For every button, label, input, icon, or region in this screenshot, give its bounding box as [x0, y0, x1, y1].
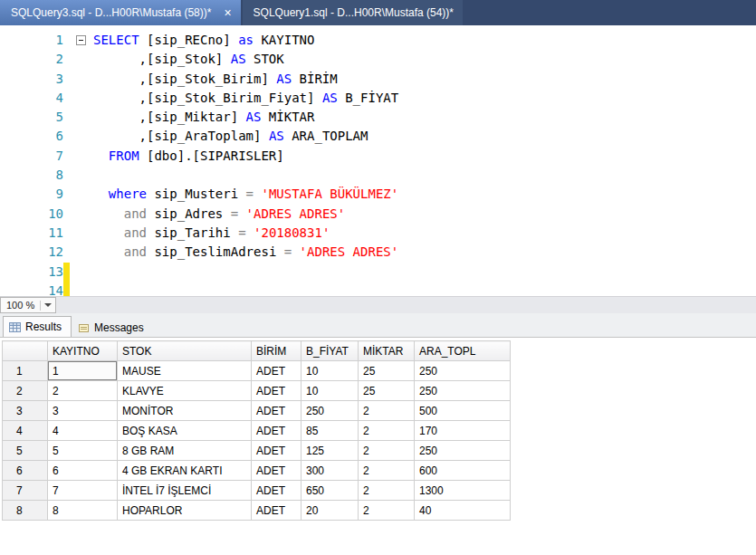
grid-cell[interactable]: 170 [415, 421, 511, 441]
outline-margin [70, 224, 93, 243]
code-text[interactable]: ,[sip_Miktar] AS MİKTAR [93, 108, 756, 127]
grid-cell[interactable]: 5 [48, 441, 118, 461]
table-row: 22KLAVYEADET1025250 [3, 381, 511, 401]
grid-column-header[interactable]: ARA_TOPL [415, 341, 511, 361]
grid-cell[interactable]: 250 [415, 361, 511, 381]
grid-column-header[interactable]: BİRİM [252, 341, 301, 361]
zoom-dropdown[interactable]: 100 % [0, 297, 56, 313]
grid-body: 11MAUSEADET102525022KLAVYEADET102525033M… [3, 361, 511, 521]
token-pl: ARA_TOPLAM [284, 129, 368, 143]
grid-cell[interactable]: 2 [359, 501, 415, 521]
grid-cell[interactable]: ADET [252, 361, 301, 381]
row-header[interactable]: 1 [3, 361, 48, 381]
grid-cell[interactable]: 250 [415, 381, 511, 401]
grid-cell[interactable]: 250 [301, 401, 359, 421]
row-header[interactable]: 2 [3, 381, 48, 401]
grid-cell[interactable]: 3 [48, 401, 118, 421]
code-text[interactable]: ,[sip_AraToplam] AS ARA_TOPLAM [93, 127, 756, 146]
line-number: 9 [33, 185, 63, 204]
grid-cell[interactable]: 8 [48, 501, 118, 521]
grid-cell[interactable]: 2 [359, 421, 415, 441]
code-line: 6 ,[sip_AraToplam] AS ARA_TOPLAM [0, 127, 756, 146]
code-text[interactable]: FROM [dbo].[SIPARISLER] [93, 147, 756, 166]
grid-cell[interactable]: 7 [48, 481, 118, 501]
grid-cell[interactable]: 40 [415, 501, 511, 521]
grid-cell[interactable]: 25 [359, 361, 415, 381]
grid-cell[interactable]: 2 [359, 401, 415, 421]
grid-cell[interactable]: ADET [252, 441, 301, 461]
collapse-region-icon[interactable] [76, 35, 86, 45]
grid-cell[interactable]: ADET [252, 421, 301, 441]
row-header[interactable]: 6 [3, 461, 48, 481]
grid-cell[interactable]: ADET [252, 501, 301, 521]
grid-cell[interactable]: 2 [359, 481, 415, 501]
tab-results[interactable]: Results [3, 316, 72, 337]
row-header[interactable]: 4 [3, 421, 48, 441]
grid-column-header[interactable]: KAYITNO [48, 341, 118, 361]
code-text[interactable]: where sip_Musteri = 'MUSTAFA BÜKÜLMEZ' [93, 185, 756, 204]
tab-messages[interactable]: Messages [72, 319, 154, 337]
grid-cell[interactable]: 1 [48, 361, 118, 381]
code-text[interactable] [93, 263, 756, 282]
tab-sqlquery3[interactable]: SQLQuery3.sql - D...H00R\Mustafa (58))* … [0, 0, 241, 25]
row-header[interactable]: 8 [3, 501, 48, 521]
outline-margin [70, 89, 93, 108]
grid-cell[interactable]: BOŞ KASA [118, 421, 252, 441]
grid-column-header[interactable]: MİKTAR [359, 341, 415, 361]
sql-editor[interactable]: 1SELECT [sip_RECno] as KAYITNO2 ,[sip_St… [0, 25, 756, 296]
grid-cell[interactable]: 10 [301, 361, 359, 381]
grid-column-header[interactable]: B_FİYAT [301, 341, 359, 361]
grid-cell[interactable]: HOPARLOR [118, 501, 252, 521]
grid-corner-header[interactable] [3, 341, 48, 361]
grid-cell[interactable]: MAUSE [118, 361, 252, 381]
grid-column-header[interactable]: STOK [118, 341, 252, 361]
grid-cell[interactable]: 4 GB EKRAN KARTI [118, 461, 252, 481]
row-header[interactable]: 7 [3, 481, 48, 501]
code-text[interactable]: ,[sip_Stok_Birim] AS BİRİM [93, 70, 756, 89]
grid-cell[interactable]: 500 [415, 401, 511, 421]
change-margin [63, 243, 70, 262]
grid-cell[interactable]: 85 [301, 421, 359, 441]
grid-cell[interactable]: 250 [415, 441, 511, 461]
code-text[interactable]: and sip_Tarihi = '20180831' [93, 224, 756, 243]
grid-cell[interactable]: 1300 [415, 481, 511, 501]
grid-cell[interactable]: 300 [301, 461, 359, 481]
grid-cell[interactable]: ADET [252, 381, 301, 401]
grid-cell[interactable]: ADET [252, 481, 301, 501]
grid-cell[interactable]: 650 [301, 481, 359, 501]
grid-cell[interactable]: 600 [415, 461, 511, 481]
code-text[interactable]: and sip_Adres = 'ADRES ADRES' [93, 205, 756, 224]
code-text[interactable] [93, 282, 756, 296]
grid-cell[interactable]: 6 [48, 461, 118, 481]
code-text[interactable]: SELECT [sip_RECno] as KAYITNO [93, 31, 756, 50]
grid-cell[interactable]: 4 [48, 421, 118, 441]
row-header[interactable]: 5 [3, 441, 48, 461]
token-kw: FROM [109, 148, 139, 163]
close-icon[interactable]: × [224, 7, 231, 18]
grid-cell[interactable]: İNTEL İ7 İŞLEMCİ [118, 481, 252, 501]
grid-cell[interactable]: 125 [301, 441, 359, 461]
code-text[interactable]: ,[sip_Stok_Birim_Fiyat] AS B_FİYAT [93, 89, 756, 108]
grid-cell[interactable]: 2 [48, 381, 118, 401]
grid-cell[interactable]: 10 [301, 381, 359, 401]
results-grid-icon [9, 321, 21, 333]
grid-cell[interactable]: 2 [359, 441, 415, 461]
code-text[interactable] [93, 166, 756, 185]
code-line: 13 [0, 263, 756, 282]
code-text[interactable]: and sip_TeslimAdresi = 'ADRES ADRES' [93, 243, 756, 262]
tab-sqlquery1[interactable]: SQLQuery1.sql - D...H00R\Mustafa (54))* [243, 0, 463, 25]
grid-cell[interactable]: 8 GB RAM [118, 441, 252, 461]
outline-margin [70, 50, 93, 69]
table-row: 664 GB EKRAN KARTIADET3002600 [3, 461, 511, 481]
outline-margin [70, 127, 93, 146]
token-pl: [dbo].[SIPARISLER] [139, 148, 284, 163]
grid-cell[interactable]: 2 [359, 461, 415, 481]
grid-cell[interactable]: KLAVYE [118, 381, 252, 401]
row-header[interactable]: 3 [3, 401, 48, 421]
grid-cell[interactable]: ADET [252, 401, 301, 421]
grid-cell[interactable]: 20 [301, 501, 359, 521]
code-text[interactable]: ,[sip_Stok] AS STOK [93, 50, 756, 69]
grid-cell[interactable]: MONİTOR [118, 401, 252, 421]
grid-cell[interactable]: 25 [359, 381, 415, 401]
grid-cell[interactable]: ADET [252, 461, 301, 481]
